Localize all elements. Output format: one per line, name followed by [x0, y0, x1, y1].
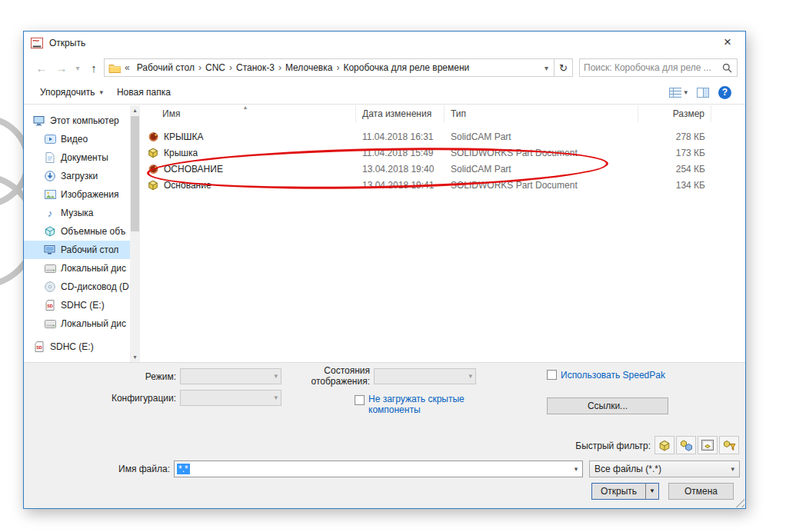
speedpak-label[interactable]: Использовать SpeedPak: [561, 370, 665, 381]
file-rows: КРЫШКА11.04.2018 16:31SolidCAM Part278 К…: [142, 128, 739, 193]
sidebar-item-sdhc-e-2[interactable]: SDSDHC (E:): [24, 337, 130, 356]
new-folder-label: Новая папка: [117, 87, 171, 98]
file-row[interactable]: ОСНОВАНИЕ13.04.2018 19:40SolidCAM Part25…: [142, 161, 739, 177]
sidebar-item-documents[interactable]: Документы: [24, 148, 130, 167]
svg-text:SD: SD: [47, 304, 53, 308]
sidebar-item-local-disk[interactable]: Локальный дис: [24, 259, 130, 278]
downloads-icon: [44, 171, 56, 181]
scroll-up-button[interactable]: ▴: [130, 105, 140, 115]
chevron-down-icon: ▾: [274, 394, 278, 401]
disk-icon: [44, 320, 56, 328]
open-button[interactable]: Открыть: [591, 483, 646, 500]
solidcam-part-icon: [147, 164, 159, 175]
file-name-label: Имя файла:: [93, 464, 170, 474]
sidebar-item-cd-drive[interactable]: CD-дисковод (D: [24, 278, 130, 296]
sidebar-scrollbar[interactable]: ▴ ▾: [130, 105, 140, 362]
scroll-down-button[interactable]: ▾: [130, 352, 140, 362]
references-button[interactable]: Ссылки...: [547, 397, 668, 414]
sidebar-item-label: Документы: [61, 152, 108, 163]
breadcrumb-segment[interactable]: Рабочий стол: [134, 62, 198, 73]
up-button[interactable]: ↑: [84, 58, 104, 77]
column-header-row: Имя ▴ Дата изменения Тип Размер: [142, 105, 739, 122]
chevron-down-icon: ▾: [274, 372, 278, 380]
breadcrumb-segment[interactable]: Мелочевка: [282, 62, 335, 73]
search-icon[interactable]: [721, 63, 733, 73]
navigation-pane: Этот компьютерВидеоДокументыЗагрузкиИзоб…: [24, 105, 130, 362]
chevron-down-icon[interactable]: ▾: [570, 465, 582, 473]
sidebar-item-desktop[interactable]: Рабочий стол: [24, 241, 130, 259]
back-button[interactable]: ←: [32, 58, 52, 77]
help-button[interactable]: ?: [718, 86, 731, 99]
hidden-components-checkbox[interactable]: [355, 395, 365, 405]
file-modified: 11.04.2018 16:31: [356, 131, 445, 142]
column-header-size[interactable]: Размер: [638, 105, 711, 122]
command-toolbar: Упорядочить ▾ Новая папка ▾ ?: [24, 81, 745, 105]
desktop-icon: [44, 244, 56, 255]
display-states-combobox: ▾: [374, 368, 476, 384]
breadcrumb: Рабочий стол›CNC›Станок-3›Мелочевка›Коро…: [134, 62, 473, 73]
file-name-value: *.*: [177, 464, 190, 474]
filter-parts-button[interactable]: [654, 436, 674, 454]
new-folder-button[interactable]: Новая папка: [110, 84, 178, 101]
breadcrumb-segment[interactable]: CNC: [202, 62, 228, 73]
mode-label: Режим:: [99, 371, 176, 382]
column-header-modified[interactable]: Дата изменения: [356, 105, 445, 122]
sidebar-item-label: Локальный дис: [61, 318, 126, 329]
drawing-filter-icon: [701, 440, 714, 451]
close-button[interactable]: ×: [710, 32, 745, 55]
breadcrumb-segment[interactable]: Коробочка для реле времени: [340, 62, 472, 73]
file-row[interactable]: Основание13.04.2018 19:41SOLIDWORKS Part…: [142, 177, 739, 193]
solidcam-app-icon: [31, 37, 43, 49]
solidworks-part-icon: [147, 180, 159, 191]
screen-background: Открыть × ← → ▾ ↑ « Рабочий стол›CNC›Ста…: [0, 0, 796, 532]
sidebar-item-pictures[interactable]: Изображения: [24, 185, 130, 204]
views-button[interactable]: ▾: [669, 88, 688, 98]
options-panel: Режим: ▾ Состояния отображения: ▾ Исполь…: [24, 362, 745, 508]
column-header-type[interactable]: Тип: [445, 105, 638, 122]
sidebar-item-3d-objects[interactable]: Объемные объ: [24, 222, 130, 241]
sidebar-item-this-pc[interactable]: Этот компьютер: [24, 111, 130, 130]
column-header-name[interactable]: Имя ▴: [142, 105, 356, 122]
file-name-input[interactable]: *.* ▾: [174, 461, 583, 477]
speedpak-checkbox[interactable]: [547, 370, 557, 380]
window-title: Открыть: [49, 38, 85, 48]
file-type-select[interactable]: Все файлы (*.*) ▾: [589, 461, 740, 477]
breadcrumb-segment[interactable]: Станок-3: [233, 62, 278, 73]
file-row[interactable]: Крышка11.04.2018 15:49SOLIDWORKS Part Do…: [142, 145, 739, 161]
sidebar-item-sdhc-e[interactable]: SDSDHC (E:): [24, 296, 130, 314]
filter-top-level-button[interactable]: [719, 436, 739, 454]
address-bar[interactable]: « Рабочий стол›CNC›Станок-3›Мелочевка›Ко…: [104, 58, 555, 77]
display-states-label: Состояния отображения:: [285, 365, 370, 387]
quick-filter-group: [654, 436, 739, 454]
open-dropdown-button[interactable]: ▼: [645, 483, 659, 500]
refresh-button[interactable]: ↻: [555, 58, 573, 77]
file-row[interactable]: КРЫШКА11.04.2018 16:31SolidCAM Part278 К…: [142, 128, 739, 145]
filter-assemblies-button[interactable]: [676, 436, 696, 454]
sidebar-item-local-disk-2[interactable]: Локальный дис: [24, 314, 130, 333]
part-filter-icon: [658, 440, 671, 451]
quick-filter-label: Быстрый фильтр:: [543, 441, 651, 451]
toplevel-filter-icon: [723, 440, 735, 451]
filter-drawings-button[interactable]: [698, 436, 718, 454]
sidebar-item-label: Рабочий стол: [61, 244, 118, 255]
views-icon: [669, 88, 681, 98]
file-size: 173 КБ: [638, 148, 711, 158]
hidden-components-label[interactable]: Не загружать скрытые компоненты: [368, 394, 499, 415]
scrollbar-thumb[interactable]: [131, 116, 139, 231]
solidworks-part-icon: [147, 148, 159, 158]
title-bar: Открыть ×: [24, 32, 745, 55]
cancel-button[interactable]: Отмена: [668, 483, 734, 500]
recent-locations-icon[interactable]: ▾: [72, 58, 84, 77]
organize-button[interactable]: Упорядочить ▾: [33, 84, 110, 101]
breadcrumb-overflow[interactable]: «: [123, 62, 132, 73]
address-dropdown-icon[interactable]: ▾: [545, 64, 550, 72]
file-name-cell: Основание: [142, 180, 356, 191]
preview-pane-button[interactable]: [697, 88, 709, 98]
sidebar-item-music[interactable]: ♪Музыка: [24, 204, 130, 222]
sidebar-item-label: CD-дисковод (D: [61, 281, 129, 292]
sidebar-item-video[interactable]: Видео: [24, 130, 130, 148]
sidebar-item-downloads[interactable]: Загрузки: [24, 167, 130, 185]
file-size: 134 КБ: [638, 180, 711, 191]
forward-button[interactable]: →: [52, 58, 72, 77]
search-input[interactable]: [584, 62, 721, 73]
